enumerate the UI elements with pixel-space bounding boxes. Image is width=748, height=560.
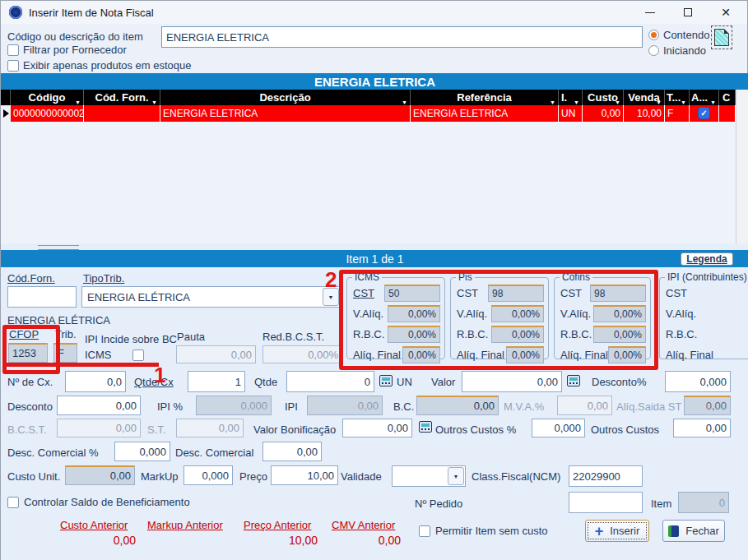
qtde-cx-field[interactable]: 1 [188, 371, 245, 392]
controlar-saldo-checkbox[interactable] [7, 497, 19, 508]
cell-descricao[interactable]: ENERGIA ELETRICA [160, 105, 411, 122]
cell-codigo[interactable]: 00000000000028 [11, 105, 84, 122]
radio-contendo[interactable] [648, 30, 659, 40]
markup-anterior-link[interactable]: Markup Anterior [147, 519, 233, 531]
column-label: Descrição [259, 91, 310, 104]
bcst-field[interactable]: 0,00 [57, 419, 141, 437]
chevron-down-icon[interactable] [448, 467, 464, 485]
sort-dropdown-icon[interactable] [402, 95, 407, 105]
item-field[interactable]: 0 [678, 492, 729, 513]
valor-field[interactable]: 0,00 [462, 371, 562, 392]
n-de-cx-field[interactable]: 0,0 [65, 371, 126, 392]
sort-dropdown-icon[interactable] [656, 95, 662, 105]
sort-dropdown-icon[interactable] [151, 95, 157, 105]
splitter[interactable] [1, 243, 748, 250]
radio-iniciando[interactable] [648, 45, 659, 56]
grid-header-c[interactable]: C [719, 90, 736, 105]
custo-anterior-link[interactable]: Custo Anterior [60, 519, 136, 531]
red-bcst-field[interactable]: 0,00% [262, 345, 342, 363]
cst-label: CST [666, 287, 687, 299]
preco-label: Preço [239, 470, 267, 483]
tipo-trib-link[interactable]: TipoTrib. [83, 272, 124, 285]
outros-custos-field[interactable]: 0,00 [673, 419, 731, 437]
grid-header-venda[interactable]: Venda [624, 90, 665, 105]
calculator-icon[interactable] [379, 375, 393, 386]
preco-field[interactable]: 10,00 [271, 465, 338, 485]
cod-forn-field[interactable] [7, 286, 77, 308]
sort-dropdown-icon[interactable] [710, 95, 716, 105]
calculator-icon[interactable] [567, 375, 580, 386]
sort-dropdown-icon[interactable] [574, 95, 579, 105]
cmv-anterior-link[interactable]: CMV Anterior [332, 519, 401, 531]
cell-cod-forn[interactable] [84, 105, 160, 122]
ipi-incide-label-2: ICMS [85, 349, 112, 361]
cell-unidade[interactable]: UN [559, 105, 583, 122]
valor-bonificacao-field[interactable]: 0,00 [342, 419, 412, 437]
qtde-field[interactable]: 0 [286, 371, 374, 392]
aliq-saida-st-field[interactable]: 0,00 [684, 396, 731, 415]
grid-header-codigo[interactable]: Código [11, 90, 84, 105]
markup-field[interactable]: 0,000 [184, 465, 233, 485]
inserir-button[interactable]: Inserir [585, 520, 649, 542]
minimize-button[interactable] [634, 1, 666, 24]
grid-header-custo[interactable]: Custo [583, 90, 624, 105]
preco-anterior-link[interactable]: Preço Anterior [244, 519, 318, 531]
grid-header-cod-forn[interactable]: Cód. Forn. [84, 90, 160, 105]
cod-forn-link[interactable]: Cód.Forn. [7, 272, 55, 285]
calculator-icon[interactable] [419, 421, 432, 433]
grid-header-t[interactable]: T... [665, 90, 690, 105]
cell-custo[interactable]: 0,00 [583, 105, 624, 122]
column-label: I. [561, 91, 567, 104]
tipo-trib-combobox[interactable]: ENERGIA ELÉTRICA [81, 286, 341, 308]
grid-vertical-scrollbar[interactable] [736, 90, 748, 243]
valor-label: Valor [431, 376, 455, 388]
ncm-label: Class.Fiscal(NCM) [472, 470, 560, 483]
sort-dropdown-icon[interactable] [615, 95, 620, 105]
cell-ativo[interactable] [690, 105, 719, 122]
grid-header-descricao[interactable]: Descrição [160, 90, 411, 105]
filter-supplier-label: Filtrar por Fornecedor [23, 44, 127, 56]
close-button[interactable] [710, 1, 741, 24]
ipi-incide-checkbox[interactable] [132, 349, 144, 361]
red-bcst-label: Red.B.C.S.T. [262, 331, 324, 343]
ipi-pct-field[interactable]: 0,000 [196, 396, 272, 415]
sort-dropdown-icon[interactable] [550, 95, 555, 105]
desc-comercial-field[interactable]: 0,00 [262, 442, 322, 461]
sort-dropdown-icon[interactable] [681, 95, 686, 105]
n-pedido-field[interactable] [569, 492, 643, 513]
fechar-button[interactable]: Fechar [662, 520, 725, 542]
desc-comercial-pct-field[interactable]: 0,000 [114, 442, 170, 461]
outros-custos-pct-field[interactable]: 0,000 [532, 419, 585, 437]
st-field[interactable]: 0,00 [176, 419, 244, 437]
cell-trib[interactable]: F [665, 105, 690, 122]
custo-unit-field[interactable]: 0,00 [65, 465, 135, 485]
door-icon [668, 525, 679, 537]
window-title: Inserir Item de Nota Fiscal [29, 7, 154, 19]
cell-referencia[interactable]: ENERGIA ELETRICA [411, 105, 559, 122]
desconto-pct-field[interactable]: 0,000 [665, 371, 731, 392]
ipi-field[interactable]: 0,00 [307, 396, 383, 415]
desconto-field[interactable]: 0,00 [57, 396, 141, 415]
permitir-sem-custo-checkbox[interactable] [419, 525, 430, 537]
grid-header-ativo[interactable]: A... [690, 90, 719, 105]
cell-venda[interactable]: 10,00 [624, 105, 665, 122]
grid-header-selector [1, 90, 11, 105]
only-stock-checkbox[interactable] [7, 60, 19, 72]
bc-field[interactable]: 0,00 [416, 396, 499, 415]
sort-dropdown-icon[interactable] [75, 95, 81, 105]
cmv-anterior: CMV Anterior 0,00 [332, 519, 401, 547]
check-icon [698, 107, 710, 119]
search-input[interactable] [161, 26, 643, 48]
ncm-field[interactable]: 22029900 [569, 465, 643, 487]
cell-c[interactable] [719, 105, 736, 122]
filter-supplier-checkbox[interactable] [7, 44, 19, 56]
result-banner: ENERGIA ELETRICA [1, 73, 748, 90]
validade-combobox[interactable] [392, 465, 466, 487]
legenda-button[interactable]: Legenda [681, 252, 733, 266]
item-bar-title: Item 1 de 1 [346, 252, 403, 266]
grid-header-referencia[interactable]: Referência [411, 90, 559, 105]
mva-field[interactable]: 0,00 [557, 396, 612, 415]
grid-header-unidade[interactable]: I. [559, 90, 583, 105]
pauta-field[interactable]: 0,00 [176, 345, 256, 363]
maximize-button[interactable] [672, 1, 704, 24]
